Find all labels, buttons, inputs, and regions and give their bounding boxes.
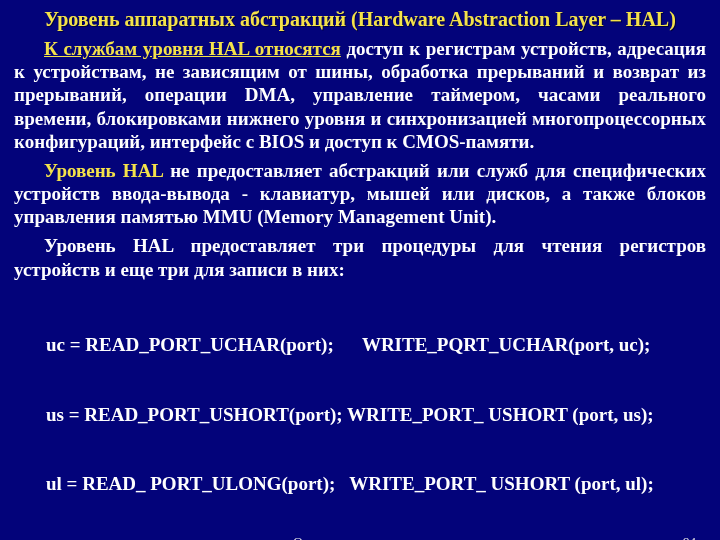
slide: Уровень аппаратных абстракций (Hardware … bbox=[0, 0, 720, 540]
code-line-3: ul = READ_ PORT_ULONG(port); WRITE_PORT_… bbox=[14, 472, 706, 495]
slide-title: Уровень аппаратных абстракций (Hardware … bbox=[14, 8, 706, 31]
code-block: uc = READ_PORT_UCHAR(port); WRITE_PQRT_U… bbox=[14, 287, 706, 540]
paragraph-2: Уровень HAL не предоставляет абстракций … bbox=[14, 159, 706, 229]
para1-lead: К службам уровня HAL относятся bbox=[44, 38, 341, 59]
page-number: 94 bbox=[683, 534, 696, 540]
code-line-2: us = READ_PORT_USHORT(port); WRITE_PORT_… bbox=[14, 403, 706, 426]
para2-lead: Уровень HAL bbox=[44, 160, 163, 181]
slide-body: К службам уровня HAL относятся доступ к … bbox=[14, 37, 706, 540]
paragraph-3: Уровень HAL предоставляет три процедуры … bbox=[14, 234, 706, 280]
paragraph-1: К службам уровня HAL относятся доступ к … bbox=[14, 37, 706, 153]
footer-title: Операционные системы bbox=[0, 534, 720, 540]
code-line-1: uc = READ_PORT_UCHAR(port); WRITE_PQRT_U… bbox=[14, 333, 706, 356]
